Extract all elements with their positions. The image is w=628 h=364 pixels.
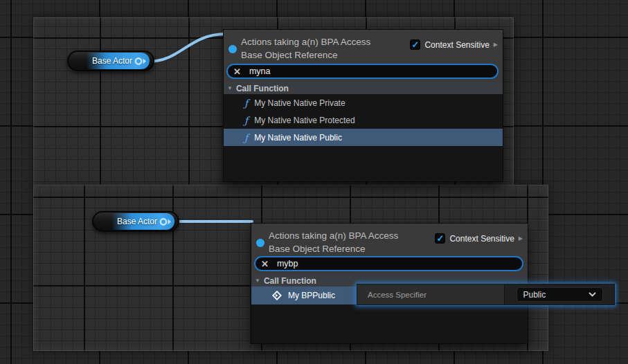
context-sensitive-toggle[interactable]: ✓ Context Sensitive ▶: [435, 233, 523, 244]
function-icon: ƒ: [244, 98, 248, 108]
chevron-down-icon: [589, 292, 596, 297]
submenu-arrow-icon[interactable]: ▶: [494, 42, 498, 48]
search-box[interactable]: ✕: [254, 256, 523, 271]
clear-search-icon[interactable]: ✕: [233, 67, 241, 76]
context-sensitive-label: Context Sensitive: [424, 40, 489, 50]
item-label: My BPPublic: [288, 291, 335, 300]
collapse-triangle-icon[interactable]: ▼: [255, 277, 260, 284]
list-empty-area: [251, 304, 528, 343]
object-output-pin-icon[interactable]: [159, 217, 172, 226]
context-sensitive-checkbox[interactable]: ✓: [410, 39, 420, 50]
base-actor-node-1[interactable]: Base Actor: [67, 51, 154, 71]
dragged-pin-dot-icon: [256, 239, 264, 247]
submenu-arrow-icon[interactable]: ▶: [519, 235, 523, 242]
list-item[interactable]: ƒ My Native Native Protected: [224, 111, 503, 129]
list-empty-area: [224, 146, 503, 181]
category-label: Call Function: [236, 84, 289, 93]
dropdown-selected-value: Public: [523, 290, 546, 300]
menu-title-line2: Base Object Reference: [241, 48, 370, 62]
category-label: Call Function: [264, 276, 316, 286]
base-actor-node-2[interactable]: Base Actor: [92, 211, 179, 232]
menu-title-line1: Actions taking a(n) BPA Access: [241, 35, 370, 48]
menu-header: Actions taking a(n) BPA Access Base Obje…: [251, 224, 528, 275]
menu-title-line1: Actions taking a(n) BPA Access: [269, 229, 398, 242]
function-icon: ƒ: [244, 133, 248, 143]
category-call-function[interactable]: ▼ Call Function: [224, 82, 503, 94]
blueprint-action-menu-1: Actions taking a(n) BPA Access Base Obje…: [223, 29, 503, 182]
collapse-triangle-icon[interactable]: ▼: [227, 85, 233, 91]
list-item[interactable]: ƒ My Native Native Private: [224, 94, 503, 111]
dragged-pin-dot-icon: [228, 45, 237, 53]
search-input[interactable]: [249, 66, 492, 76]
context-sensitive-toggle[interactable]: ✓ Context Sensitive ▶: [410, 39, 498, 50]
item-label: My Native Native Private: [254, 98, 345, 108]
blueprint-function-icon: [272, 291, 282, 300]
menu-title-line2: Base Object Reference: [269, 242, 398, 255]
item-label: My Native Native Protected: [254, 116, 355, 125]
context-sensitive-checkbox[interactable]: ✓: [435, 233, 445, 244]
context-sensitive-label: Context Sensitive: [449, 234, 514, 244]
node-title: Base Actor: [117, 212, 157, 230]
menu-title: Actions taking a(n) BPA Access Base Obje…: [269, 229, 398, 255]
search-input[interactable]: [277, 259, 517, 269]
checkmark-icon: ✓: [437, 234, 445, 243]
access-specifier-tooltip: Access Specifier Public: [357, 284, 615, 305]
clear-search-icon[interactable]: ✕: [261, 260, 269, 269]
menu-title: Actions taking a(n) BPA Access Base Obje…: [241, 35, 370, 62]
object-output-pin-icon[interactable]: [134, 57, 147, 66]
search-box[interactable]: ✕: [226, 64, 499, 79]
list-item-selected[interactable]: ƒ My Native Native Public: [224, 129, 503, 146]
access-specifier-label: Access Specifier: [368, 291, 427, 299]
function-icon: ƒ: [244, 116, 248, 125]
tooltip-label-cell: Access Specifier: [357, 284, 505, 304]
item-label: My Native Native Public: [254, 133, 342, 143]
checkmark-icon: ✓: [412, 40, 420, 49]
access-specifier-dropdown[interactable]: Public: [517, 287, 603, 302]
tooltip-value-cell: Public: [505, 284, 614, 304]
node-title: Base Actor: [92, 52, 132, 70]
action-list: ▼ Call Function ƒ My Native Native Priva…: [224, 82, 503, 181]
menu-header: Actions taking a(n) BPA Access Base Obje…: [224, 30, 503, 82]
